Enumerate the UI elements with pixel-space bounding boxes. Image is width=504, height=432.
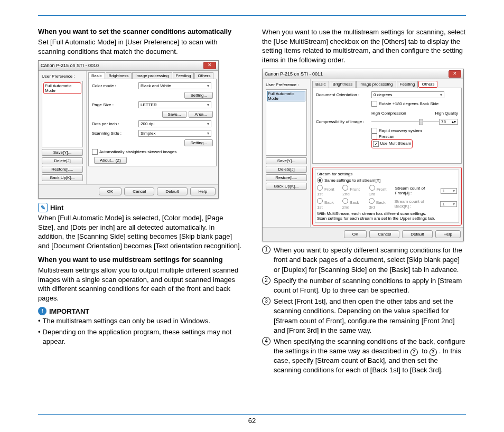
cancel-button[interactable]: Cancel [124,187,154,195]
page-size-label: Page Size : [92,102,138,107]
para-auto: Set [Full Automatic Mode] in [User Prefe… [38,37,242,56]
close-icon-2[interactable]: ✕ [449,70,461,78]
stream-note: With MultiStream, each stream has differ… [317,211,457,221]
user-preference-label-2: User Preference : [266,82,307,87]
help-button[interactable]: Help [190,187,216,195]
multistream-intro: When you want to use the multistream set… [262,27,466,64]
doc-orient-select[interactable]: 0 degrees [371,91,444,98]
delete-pref-button-2[interactable]: Delete[J] [266,166,307,173]
userpref-list[interactable]: Full Automatic Mode [42,81,83,147]
back3-radio[interactable] [369,198,375,204]
rapid-label: Rapid recovery system [379,128,422,133]
stream-count-front-label: Stream count of Front[J] : [395,186,435,195]
scanning-side-label: Scanning Side : [92,131,138,136]
stream-settings-box: Stream for settings Same settings to all… [312,167,462,226]
tab-basic[interactable]: Basic [88,72,105,79]
dpi-select[interactable]: 200 dpi [138,120,211,127]
back2-radio[interactable] [342,198,348,204]
full-auto-mode-item[interactable]: Full Automatic Mode [43,82,81,94]
step-4: 4When specifying the scanning conditions… [262,337,466,375]
stream-count-back-label: Stream count of Back[K] : [395,199,435,209]
scanning-side-select[interactable]: Simplex [138,130,211,137]
userpref-list-2[interactable]: Full Automatic Mode [266,89,307,156]
important-icon: ! [38,307,46,315]
step-3: 3Select [Front 1st], and then open the o… [262,297,466,335]
prescan-label: Prescan [379,134,394,139]
area-button[interactable]: Area... [189,111,213,118]
tab-basic-2[interactable]: Basic [312,81,329,88]
side-setting-button[interactable]: Setting... [184,139,213,146]
restore-pref-button[interactable]: Restore[L... [42,166,83,173]
rapid-checkbox[interactable] [371,128,377,134]
compress-label: Compressibility of image : [316,119,371,124]
multistream-checkbox[interactable]: ✓ [373,141,379,147]
heading-multistream: When you want to use multistream setting… [38,256,242,264]
compress-slider[interactable] [371,118,439,125]
doc-orient-label: Document Orientation : [316,92,371,97]
stream-header: Stream for settings [317,172,457,176]
default-button-2[interactable]: Default [402,230,432,238]
back1-radio[interactable] [317,198,323,204]
full-auto-mode-item-2[interactable]: Full Automatic Mode [267,91,305,101]
compress-value[interactable]: 75▴▾ [439,119,458,125]
same-settings-radio[interactable] [317,177,323,183]
about-button[interactable]: About... (Z) [94,157,127,164]
ok-button[interactable]: OK [99,187,122,195]
dialog-others: Canon P-215 on STI - 0011 ✕ User Prefere… [262,69,464,241]
highcomp-label: High Compression [371,111,435,116]
multistream-label: Use MultiStream [380,141,411,147]
user-preference-label: User Preference : [42,74,83,79]
save-size-button[interactable]: Save... [162,111,187,118]
tab-others-2[interactable]: Others [418,81,437,88]
save-pref-button-2[interactable]: Save[Y]... [266,157,307,164]
default-button[interactable]: Default [157,187,187,195]
front2-radio[interactable] [342,185,348,191]
save-pref-button[interactable]: Save[Y]... [42,149,83,156]
tab-image-2[interactable]: Image processing [356,81,396,88]
tab-feeding-2[interactable]: Feeding [397,81,418,88]
multistream-highlight: ✓ Use MultiStream [371,139,413,148]
page-size-select[interactable]: LETTER [138,101,211,108]
tab-brightness[interactable]: Brightness [106,72,132,79]
hint-icon: ✎ [38,203,48,212]
dialog-basic: Canon P-215 on STI - 0010 ✕ User Prefere… [38,60,219,199]
straighten-checkbox[interactable] [92,149,98,155]
step-2: 2Specify the number of scanning conditio… [262,276,466,295]
hint-label: Hint [50,204,63,212]
ok-button-2[interactable]: OK [344,230,367,238]
hint-text: When [Full Automatic Mode] is selected, … [38,213,242,250]
stream-count-front[interactable]: 1▾ [441,188,458,194]
tab-image[interactable]: Image processing [132,72,172,79]
backup-pref-button[interactable]: Back Up[K]... [42,174,83,181]
help-button-2[interactable]: Help [435,230,461,238]
heading-auto: When you want to set the scanner conditi… [38,27,242,35]
color-mode-select[interactable]: Black and White [138,82,211,89]
step-1: 1When you want to specify different scan… [262,246,466,275]
straighten-label: Automatically straightens skewed images [99,149,176,154]
cancel-button-2[interactable]: Cancel [369,230,399,238]
rotate-checkbox[interactable] [371,101,377,107]
dpi-label: Dots per inch : [92,121,138,126]
tab-brightness-2[interactable]: Brightness [330,81,356,88]
backup-pref-button-2[interactable]: Back Up[K]... [266,183,307,190]
delete-pref-button[interactable]: Delete[J] [42,157,83,164]
page-number: 62 [38,414,466,425]
rotate-label: Rotate +180 degrees Back Side [379,101,438,106]
dialog-title: Canon P-215 on STI - 0010 [41,63,99,68]
front3-radio[interactable] [369,185,375,191]
para-multistream: Multistream settings allow you to output… [38,266,242,303]
tab-others[interactable]: Others [194,72,213,79]
dialog2-title: Canon P-215 on STI - 0011 [265,71,323,77]
important-item-2: Depending on the application program, th… [43,327,242,346]
stream-count-back[interactable]: 1▾ [440,201,457,207]
prescan-checkbox[interactable] [371,134,377,139]
important-label: IMPORTANT [49,307,89,315]
front1-radio[interactable] [317,185,323,191]
top-rule [38,15,466,16]
color-mode-label: Color mode : [92,83,138,88]
restore-pref-button-2[interactable]: Restore[L... [266,174,307,181]
tab-feeding[interactable]: Feeding [173,72,194,79]
close-icon[interactable]: ✕ [203,62,216,69]
important-item-1: The multistream settings can only be use… [43,316,210,326]
setting-button[interactable]: Setting... [184,92,213,99]
